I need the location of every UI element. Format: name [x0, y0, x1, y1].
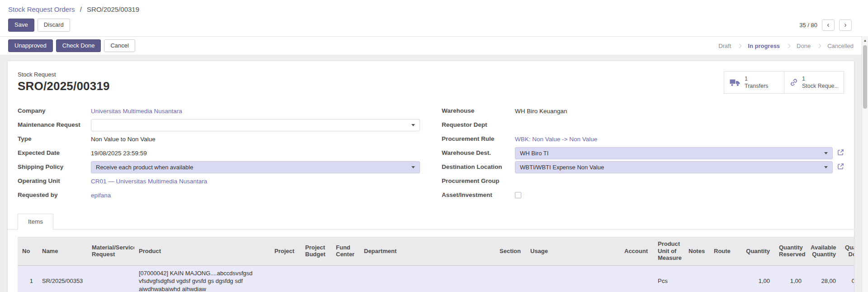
column-header[interactable]: Quantity Done: [840, 237, 854, 265]
status-pipeline: Draft In progress Done Cancelled: [718, 43, 854, 49]
stock-request-smart-button[interactable]: 1 Stock Reque...: [784, 72, 844, 93]
table-cell: [495, 265, 526, 292]
external-link-icon: [837, 163, 844, 171]
stock-request-count: 1: [802, 75, 838, 82]
status-step-done[interactable]: Done: [797, 43, 811, 49]
asset-investment-checkbox[interactable]: [515, 192, 521, 198]
notebook: Items NoNameMaterial/Service RequestProd…: [8, 214, 854, 292]
items-table-body: 1SR/2025/00353[07000042] KAIN MAJONG....…: [18, 265, 854, 292]
column-header[interactable]: Project: [270, 237, 301, 265]
column-header[interactable]: Available Quantity: [806, 237, 840, 265]
smart-button-text: 1 Transfers: [745, 75, 768, 90]
items-table: NoNameMaterial/Service RequestProductPro…: [18, 237, 854, 292]
transfers-count: 1: [745, 75, 768, 82]
column-header[interactable]: Quantity: [740, 237, 774, 265]
status-step-cancelled[interactable]: Cancelled: [827, 43, 854, 49]
page: Stock Request Orders / SRO/2025/00319 Sa…: [0, 0, 868, 292]
table-cell: 28,00: [806, 265, 840, 292]
chevron-right-icon: [786, 43, 791, 48]
breadcrumb-current: SRO/2025/00319: [87, 5, 139, 13]
breadcrumb-parent-link[interactable]: Stock Request Orders: [8, 5, 75, 13]
column-header[interactable]: Department: [359, 237, 495, 265]
chevron-right-icon: [737, 43, 742, 48]
field-label-procurement-group: Procurement Group: [442, 177, 515, 185]
transfers-smart-button[interactable]: 1 Transfers: [724, 72, 784, 93]
status-bar: Unapproved Check Done Cancel Draft In pr…: [0, 36, 868, 55]
scroll-up-icon[interactable]: ▲: [862, 36, 868, 43]
field-label-warehouse: Warehouse: [442, 107, 515, 115]
destination-location-select[interactable]: WBTI/WBTI Expense Non Value: [515, 161, 833, 173]
column-header[interactable]: Name: [38, 237, 87, 265]
tab-items[interactable]: Items: [18, 214, 53, 230]
caret-down-icon: [411, 124, 415, 126]
save-button[interactable]: Save: [8, 19, 34, 32]
pager-count: 35 / 80: [799, 22, 817, 29]
pager: 35 / 80 ‹ ›: [799, 19, 860, 31]
table-cell: 1,00: [774, 265, 806, 292]
external-link-icon: [837, 149, 844, 157]
field-label-operating-unit: Operating Unit: [18, 177, 91, 185]
table-cell: [526, 265, 620, 292]
column-header[interactable]: Route: [709, 237, 740, 265]
unapproved-button[interactable]: Unapproved: [8, 39, 53, 53]
company-value-link[interactable]: Universitas Multimedia Nusantara: [91, 108, 182, 115]
field-grid: Company Universitas Multimedia Nusantara…: [8, 94, 854, 203]
fields-right-column: Warehouse WH Biro Keuangan Requestor Dep…: [442, 105, 844, 203]
column-header[interactable]: Fund Center: [331, 237, 359, 265]
status-step-in-progress[interactable]: In progress: [748, 43, 780, 49]
column-header[interactable]: Product: [134, 237, 270, 265]
smart-button-text: 1 Stock Reque...: [802, 75, 838, 90]
pager-prev-button[interactable]: ‹: [822, 19, 835, 31]
field-label-destination-location: Destination Location: [442, 163, 515, 171]
smart-buttons: 1 Transfers 1 Stock Reque...: [724, 71, 844, 94]
column-header[interactable]: Usage: [526, 237, 620, 265]
column-header[interactable]: Section: [495, 237, 526, 265]
scrollbar-thumb[interactable]: [863, 45, 867, 109]
column-header[interactable]: Product Unit of Measure: [653, 237, 684, 265]
warehouse-dest-external-link-button[interactable]: [837, 149, 844, 157]
warehouse-dest-select[interactable]: WH Biro TI: [515, 147, 833, 159]
status-step-draft[interactable]: Draft: [718, 43, 731, 49]
field-label-asset-investment: Asset/Investment: [442, 191, 515, 199]
procurement-rule-value-link[interactable]: WBK: Non Value -> Non Value: [515, 136, 597, 143]
pager-next-button[interactable]: ›: [839, 19, 852, 31]
destination-location-external-link-button[interactable]: [837, 163, 844, 171]
vertical-scrollbar[interactable]: ▲: [862, 36, 868, 292]
discard-button[interactable]: Discard: [38, 19, 70, 32]
tab-bar: Items: [8, 214, 854, 230]
field-label-maintenance-request: Maintenance Request: [18, 121, 91, 129]
type-value: Non Value to Non Value: [91, 136, 156, 143]
actions-row: Save Discard 35 / 80 ‹ ›: [8, 19, 860, 32]
shipping-policy-select[interactable]: Receive each product when available: [91, 161, 420, 173]
cancel-button[interactable]: Cancel: [104, 39, 135, 53]
table-row[interactable]: 1SR/2025/00353[07000042] KAIN MAJONG....…: [18, 265, 854, 292]
table-cell: 1,00: [740, 265, 774, 292]
table-cell: [331, 265, 359, 292]
operating-unit-value-link[interactable]: CR01 — Universitas Multimedia Nusantara: [91, 178, 207, 185]
column-header[interactable]: Quantity Reserved: [774, 237, 806, 265]
check-done-button[interactable]: Check Done: [56, 39, 101, 53]
column-header[interactable]: Notes: [684, 237, 709, 265]
record-type-label: Stock Request: [18, 71, 110, 78]
table-cell: [684, 265, 709, 292]
sheet-header: Stock Request SRO/2025/00319 1 Transfers: [8, 61, 854, 94]
field-label-shipping-policy: Shipping Policy: [18, 163, 91, 171]
shipping-policy-value: Receive each product when available: [96, 164, 411, 171]
table-cell: SR/2025/00353: [38, 265, 87, 292]
link-icon: [790, 78, 798, 86]
column-header[interactable]: Material/Service Request: [87, 237, 134, 265]
table-cell: 1: [18, 265, 38, 292]
table-cell: [301, 265, 331, 292]
column-header[interactable]: Account: [620, 237, 653, 265]
column-header[interactable]: No: [18, 237, 38, 265]
maintenance-request-select[interactable]: [91, 119, 420, 131]
stock-request-label: Stock Reque...: [802, 82, 838, 90]
field-label-requested-by: Requested by: [18, 191, 91, 199]
requested-by-value-link[interactable]: epifana: [91, 192, 111, 199]
field-label-warehouse-dest: Warehouse Dest.: [442, 149, 515, 157]
record-title: SRO/2025/00319: [18, 79, 110, 93]
destination-location-value: WBTI/WBTI Expense Non Value: [520, 164, 824, 171]
breadcrumb-separator: /: [80, 5, 82, 13]
field-label-procurement-rule: Procurement Rule: [442, 135, 515, 143]
column-header[interactable]: Project Budget: [301, 237, 331, 265]
